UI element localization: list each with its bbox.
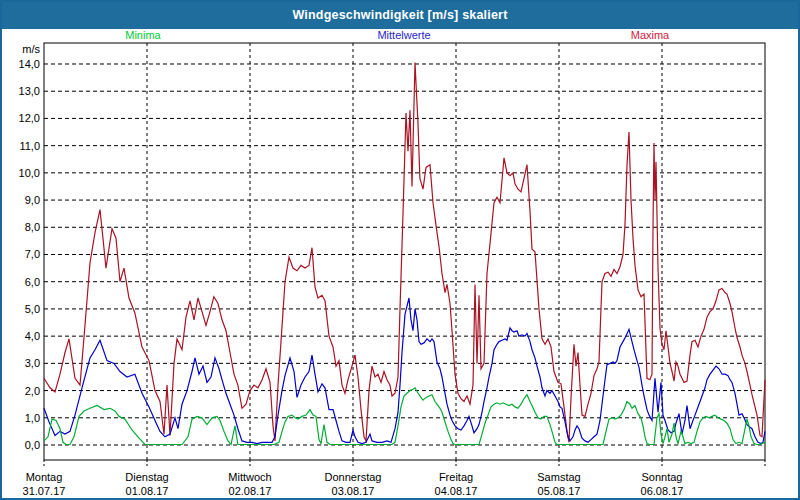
day-date-label: 04.08.17 <box>404 485 508 498</box>
day-name-label: Samstag <box>507 471 611 484</box>
day-date-label: 03.08.17 <box>301 485 405 498</box>
day-date-label: 02.08.17 <box>198 485 302 498</box>
y-tick-label: 8,0 <box>2 221 40 233</box>
day-date-label: 31.07.17 <box>0 485 96 498</box>
y-tick-label: 14,0 <box>2 58 40 70</box>
y-tick-label: 0,0 <box>2 439 40 451</box>
day-name-label: Sonntag <box>610 471 714 484</box>
wind-speed-chart <box>2 2 798 498</box>
y-tick-label: 13,0 <box>2 85 40 97</box>
day-name-label: Dienstag <box>95 471 199 484</box>
day-name-label: Freitag <box>404 471 508 484</box>
y-tick-label: 10,0 <box>2 167 40 179</box>
y-tick-label: 7,0 <box>2 248 40 260</box>
y-tick-label: 11,0 <box>2 140 40 152</box>
day-date-label: 01.08.17 <box>95 485 199 498</box>
day-name-label: Mittwoch <box>198 471 302 484</box>
y-tick-label: 4,0 <box>2 330 40 342</box>
series-line-maxima <box>44 63 765 443</box>
y-tick-label: 9,0 <box>2 194 40 206</box>
y-tick-label: 2,0 <box>2 385 40 397</box>
day-name-label: Donnerstag <box>301 471 405 484</box>
y-tick-label: 1,0 <box>2 412 40 424</box>
y-tick-label: 5,0 <box>2 303 40 315</box>
y-tick-label: 3,0 <box>2 357 40 369</box>
app-window: Windgeschwindigkeit [m/s] skaliert Minim… <box>0 0 800 500</box>
day-name-label: Montag <box>0 471 96 484</box>
y-tick-label: 12,0 <box>2 112 40 124</box>
day-date-label: 05.08.17 <box>507 485 611 498</box>
y-tick-label: 6,0 <box>2 276 40 288</box>
day-date-label: 06.08.17 <box>610 485 714 498</box>
